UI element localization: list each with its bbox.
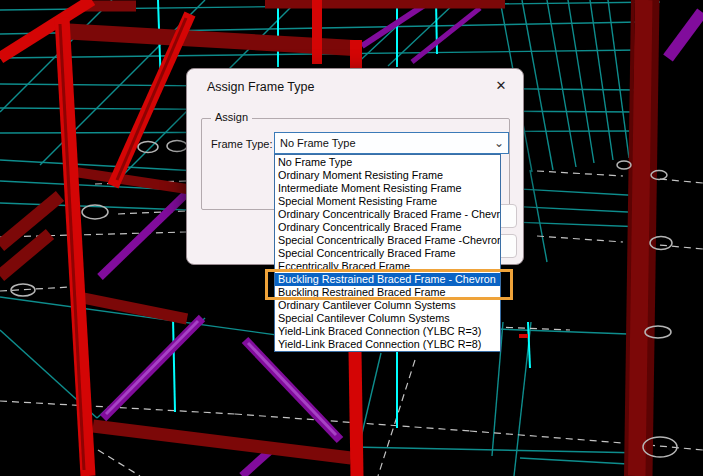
- dropdown-item[interactable]: Intermediate Moment Resisting Frame: [275, 181, 500, 194]
- dropdown-item[interactable]: Special Concentrically Braced Frame: [275, 246, 500, 259]
- app-window: Assign Frame Type ✕ Assign Frame Type: N…: [0, 0, 703, 476]
- dropdown-item[interactable]: No Frame Type: [275, 155, 500, 168]
- close-icon[interactable]: ✕: [492, 77, 510, 95]
- frame-type-label: Frame Type:: [211, 138, 273, 150]
- dropdown-item[interactable]: Buckling Restrained Braced Frame: [275, 286, 500, 299]
- dropdown-item[interactable]: Eccentrically Braced Frame: [275, 260, 500, 273]
- dropdown-item[interactable]: Buckling Restrained Braced Frame - Chevr…: [275, 273, 500, 286]
- combobox-value: No Frame Type: [275, 137, 490, 149]
- frame-type-combobox[interactable]: No Frame Type ⌄: [274, 132, 509, 154]
- frame-type-dropdown-list: No Frame TypeOrdinary Moment Resisting F…: [274, 154, 501, 352]
- dropdown-item[interactable]: Ordinary Cantilever Column Systems: [275, 299, 500, 312]
- dropdown-item[interactable]: Special Cantilever Column Systems: [275, 312, 500, 325]
- dropdown-item[interactable]: Special Moment Resisting Frame: [275, 194, 500, 207]
- dropdown-item[interactable]: Special Concentrically Braced Frame -Che…: [275, 233, 500, 246]
- dropdown-item[interactable]: Yield-Link Braced Connection (YLBC R=8): [275, 338, 500, 351]
- assign-group-label: Assign: [211, 111, 252, 123]
- dialog-title: Assign Frame Type: [207, 80, 314, 94]
- dropdown-item[interactable]: Yield-Link Braced Connection (YLBC R=3): [275, 325, 500, 338]
- dropdown-item[interactable]: Ordinary Concentrically Braced Frame - C…: [275, 207, 500, 220]
- dropdown-item[interactable]: Ordinary Concentrically Braced Frame: [275, 220, 500, 233]
- dropdown-item[interactable]: Ordinary Moment Resisting Frame: [275, 168, 500, 181]
- chevron-down-icon: ⌄: [490, 136, 508, 150]
